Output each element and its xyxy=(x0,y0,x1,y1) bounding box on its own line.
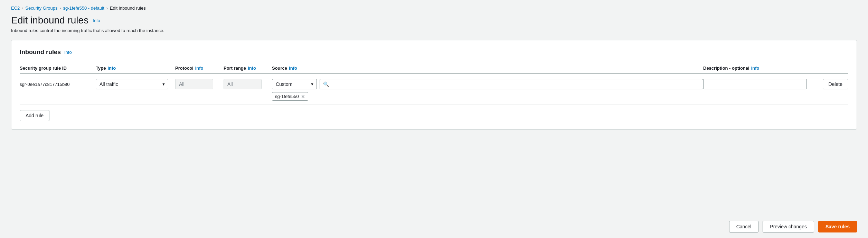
source-type-select-wrapper: Custom Anywhere-IPv4 Anywhere-IPv6 My IP… xyxy=(272,79,317,89)
page-header: Edit inbound rules Info Inbound rules co… xyxy=(0,13,868,37)
preview-changes-button[interactable]: Preview changes xyxy=(763,221,814,232)
cancel-button[interactable]: Cancel xyxy=(729,221,759,232)
card-title: Inbound rules xyxy=(20,49,61,56)
protocol-input xyxy=(175,79,213,89)
breadcrumb-current: Edit inbound rules xyxy=(110,6,146,11)
rule-id-value: sgr-0ee1a77c817715b80 xyxy=(20,82,70,87)
th-description: Description - optional Info xyxy=(703,66,814,71)
port-range-input xyxy=(224,79,262,89)
page-title: Edit inbound rules xyxy=(11,15,88,26)
th-description-label: Description - optional xyxy=(703,66,749,71)
th-source-label: Source xyxy=(272,66,287,71)
source-search-wrapper: 🔍 xyxy=(320,79,703,89)
th-rule-id: Security group rule ID xyxy=(20,66,96,71)
add-rule-section: Add rule xyxy=(20,110,848,121)
th-source-info[interactable]: Info xyxy=(289,66,297,71)
type-select[interactable]: All traffic Custom TCP Custom UDP Custom… xyxy=(96,79,168,89)
table-row: sgr-0ee1a77c817715b80 All traffic Custom… xyxy=(20,76,848,105)
breadcrumb: EC2 › Security Groups › sg-1fefe550 - de… xyxy=(0,0,868,13)
footer: Cancel Preview changes Save rules xyxy=(0,215,868,238)
source-tag-remove[interactable]: ✕ xyxy=(301,94,305,99)
breadcrumb-sep-3: › xyxy=(106,6,108,11)
description-input[interactable] xyxy=(703,79,807,89)
save-rules-button[interactable]: Save rules xyxy=(818,221,857,232)
th-protocol-info[interactable]: Info xyxy=(195,66,204,71)
th-port-range: Port range Info xyxy=(224,66,272,71)
breadcrumb-security-groups[interactable]: Security Groups xyxy=(25,6,57,11)
page-info-link[interactable]: Info xyxy=(93,18,100,23)
breadcrumb-sep-2: › xyxy=(60,6,61,11)
source-tag-label: sg-1fefe550 xyxy=(275,94,299,99)
page-description: Inbound rules control the incoming traff… xyxy=(11,28,857,33)
add-rule-button[interactable]: Add rule xyxy=(20,110,49,121)
inbound-rules-card: Inbound rules Info Security group rule I… xyxy=(11,40,857,130)
th-port-range-label: Port range xyxy=(224,66,246,71)
main-content: Inbound rules Info Security group rule I… xyxy=(0,37,868,215)
th-description-info[interactable]: Info xyxy=(751,66,760,71)
breadcrumb-sep-1: › xyxy=(22,6,23,11)
th-source: Source Info xyxy=(272,66,703,71)
source-tag-chip: sg-1fefe550 ✕ xyxy=(272,92,308,101)
page-wrapper: EC2 › Security Groups › sg-1fefe550 - de… xyxy=(0,0,868,238)
table-header-row: Security group rule ID Type Info Protoco… xyxy=(20,63,848,74)
th-type-info[interactable]: Info xyxy=(107,66,116,71)
th-protocol-label: Protocol xyxy=(175,66,194,71)
card-info-link[interactable]: Info xyxy=(64,50,72,55)
type-select-wrapper: All traffic Custom TCP Custom UDP Custom… xyxy=(96,79,168,89)
source-search-input[interactable] xyxy=(320,79,703,89)
source-type-select[interactable]: Custom Anywhere-IPv4 Anywhere-IPv6 My IP xyxy=(272,79,317,89)
th-protocol: Protocol Info xyxy=(175,66,224,71)
breadcrumb-ec2[interactable]: EC2 xyxy=(11,6,20,11)
card-header: Inbound rules Info xyxy=(20,49,848,56)
delete-button[interactable]: Delete xyxy=(823,79,848,89)
th-type-label: Type xyxy=(96,66,106,71)
th-port-range-info[interactable]: Info xyxy=(248,66,256,71)
source-tags-row: sg-1fefe550 ✕ xyxy=(272,92,703,101)
th-type: Type Info xyxy=(96,66,175,71)
source-section: Custom Anywhere-IPv4 Anywhere-IPv6 My IP… xyxy=(272,79,703,101)
source-row: Custom Anywhere-IPv4 Anywhere-IPv6 My IP… xyxy=(272,79,703,89)
breadcrumb-sg-name[interactable]: sg-1fefe550 - default xyxy=(63,6,104,11)
